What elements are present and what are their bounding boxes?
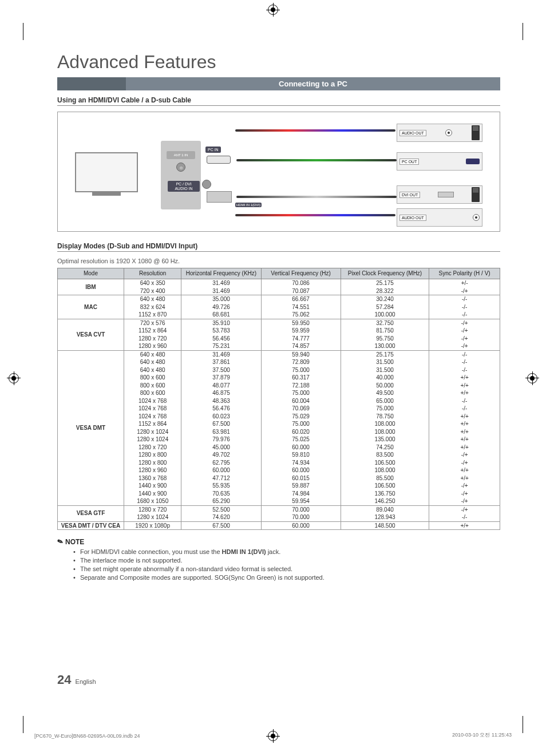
table-cell: 32.75081.75095.750130.000 <box>341 319 429 350</box>
dvi-hdmi-cable <box>236 196 397 198</box>
col-sync: Sync Polarity (H / V) <box>429 268 500 279</box>
table-cell: 35.00049.72668.681 <box>181 295 261 319</box>
file-path-footer: [PC670_W-Euro]BN68-02695A-00L09.indb 24 <box>34 733 140 739</box>
page-language: English <box>76 678 96 685</box>
vga-cable <box>236 159 397 161</box>
dvi-out-label: DVI OUT <box>399 192 420 198</box>
audio-jack-icon <box>473 214 480 221</box>
table-cell: -/--/--/- <box>429 295 500 319</box>
table-cell: 720 x 5761152 x 8641280 x 7201280 x 960 <box>124 319 181 350</box>
table-cell: 67.500 <box>181 521 261 530</box>
pc-dvi-audio-label: PC / DVI AUDIO IN <box>168 181 200 192</box>
table-cell: +/--/+ <box>429 279 500 295</box>
page-number: 24 <box>57 672 71 687</box>
table-cell: 70.00070.000 <box>261 505 341 521</box>
audio-out-label: AUDIO OUT <box>399 130 426 136</box>
ant-label: ANT 1 IN <box>167 151 195 159</box>
table-cell: 640 x 480640 x 480640 x 480800 x 600800 … <box>124 350 181 505</box>
table-cell: 60.000 <box>261 521 341 530</box>
registration-mark-right <box>527 373 537 383</box>
note-item: For HDMI/DVI cable connection, you must … <box>73 548 500 555</box>
table-cell: 59.94072.80975.00060.31772.18875.00060.0… <box>261 350 341 505</box>
audio-in-port-icon <box>202 180 211 189</box>
print-timestamp: 2010-03-10 오전 11:25:43 <box>452 731 512 739</box>
table-cell: -/--/--/-+/++/++/+-/--/-+/++/++/++/++/+-… <box>429 350 500 505</box>
note-heading: ✎NOTE <box>57 538 500 546</box>
note-item: The set might operate abnormally if a no… <box>73 565 500 572</box>
col-resolution: Resolution <box>124 268 181 279</box>
audio-jack-icon <box>445 129 452 136</box>
note-label: NOTE <box>65 538 84 546</box>
registration-mark-top <box>268 5 278 15</box>
display-modes-table: Mode Resolution Horizontal Frequency (KH… <box>57 268 500 530</box>
pc-out-box: PC OUT <box>397 152 482 171</box>
vga-out-icon <box>466 159 480 164</box>
antenna-port-icon: ◎ <box>176 163 185 172</box>
col-vfreq: Vertical Frequency (Hz) <box>261 268 341 279</box>
audio-out-label-2: AUDIO OUT <box>399 215 426 221</box>
audio-out-box-2: AUDIO OUT <box>397 208 482 227</box>
optimal-resolution-text: Optimal resolution is 1920 X 1080 @ 60 H… <box>57 258 500 264</box>
table-cell: 52.50074.620 <box>181 505 261 521</box>
dvi-out-icon <box>438 192 454 197</box>
mode-cell: VESA CVT <box>58 319 124 350</box>
note-item: The interlace mode is not supported. <box>73 557 500 564</box>
table-cell: 30.24057.284100.000 <box>341 295 429 319</box>
table-cell: 70.08670.087 <box>261 279 341 295</box>
col-pclk: Pixel Clock Frequency (MHz) <box>341 268 429 279</box>
pc-tower-icon <box>472 125 480 140</box>
table-cell: 1280 x 7201280 x 1024 <box>124 505 181 521</box>
table-cell: 640 x 480832 x 6241152 x 870 <box>124 295 181 319</box>
mode-cell: VESA GTF <box>58 505 124 521</box>
mode-cell: VESA DMT / DTV CEA <box>58 521 124 530</box>
crop-mark <box>523 716 523 733</box>
table-cell: 59.95059.95974.77774.857 <box>261 319 341 350</box>
note-icon: ✎ <box>56 537 64 547</box>
note-item: Separate and Composite modes are support… <box>73 574 500 581</box>
audio-cable-top <box>235 129 395 132</box>
table-cell: +/+ <box>429 521 500 530</box>
connection-diagram: ANT 1 IN ◎ PC IN PC / DVI AUDIO IN HDMI … <box>57 112 500 232</box>
mode-cell: MAC <box>58 295 124 319</box>
page-title: Advanced Features <box>57 52 500 73</box>
table-cell: 25.17528.322 <box>341 279 429 295</box>
hdmi-in-label: HDMI IN 1(DVI) <box>235 203 262 207</box>
table-cell: 31.46937.86137.50037.87948.07746.87548.3… <box>181 350 261 505</box>
page-footer: 24 English <box>57 672 96 687</box>
registration-mark-left <box>9 373 19 383</box>
vga-port-icon <box>207 156 231 164</box>
table-cell: 66.66774.55175.062 <box>261 295 341 319</box>
table-cell: 148.500 <box>341 521 429 530</box>
tv-stand <box>92 192 121 196</box>
pc-in-label: PC IN <box>205 147 221 153</box>
mode-cell: VESA DMT <box>58 350 124 505</box>
table-cell: 1920 x 1080p <box>124 521 181 530</box>
crop-mark <box>23 716 23 733</box>
pc-tower-icon <box>472 187 480 202</box>
table-cell: 640 x 350720 x 400 <box>124 279 181 295</box>
table-cell: -/+-/- <box>429 505 500 521</box>
tv-icon <box>75 152 138 192</box>
col-mode: Mode <box>58 268 124 279</box>
subheading-cable: Using an HDMI/DVI Cable / a D-sub Cable <box>57 96 500 106</box>
tv-back-panel: ANT 1 IN ◎ <box>161 141 201 209</box>
mode-cell: IBM <box>58 279 124 295</box>
table-cell: 31.46931.469 <box>181 279 261 295</box>
crop-mark <box>23 23 23 40</box>
audio-cable-bottom <box>235 214 395 216</box>
crop-mark <box>523 23 523 40</box>
dvi-out-box: DVI OUT <box>397 185 482 204</box>
notes-list: For HDMI/DVI cable connection, you must … <box>73 548 500 581</box>
registration-mark-bottom <box>268 731 278 741</box>
col-hfreq: Horizontal Frequency (KHz) <box>181 268 261 279</box>
audio-out-box-1: AUDIO OUT <box>397 124 482 142</box>
table-cell: 89.040128.943 <box>341 505 429 521</box>
hdmi-port-icon <box>207 191 232 203</box>
pc-out-label: PC OUT <box>399 159 419 165</box>
table-cell: 35.91053.78356.45675.231 <box>181 319 261 350</box>
subheading-display-modes: Display Modes (D-Sub and HDMI/DVI Input) <box>57 242 500 252</box>
table-cell: 25.17531.50031.50040.00050.00049.50065.0… <box>341 350 429 505</box>
table-cell: -/+-/+-/+-/+ <box>429 319 500 350</box>
section-header: Connecting to a PC <box>57 77 500 90</box>
